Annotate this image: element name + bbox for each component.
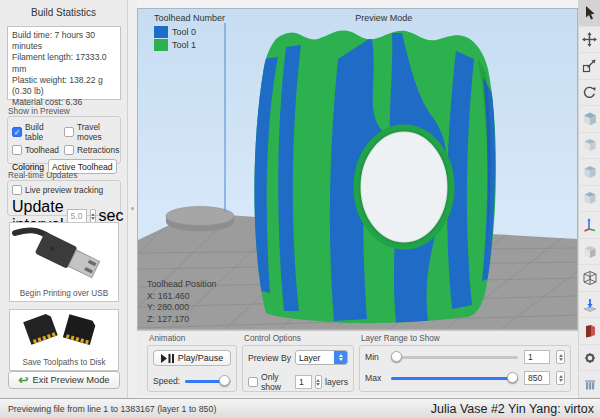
min-layer-stepper[interactable] [556, 350, 565, 364]
move-icon[interactable] [579, 27, 600, 54]
play-pause-icon [161, 354, 174, 363]
viewport-mode-title: Preview Mode [355, 13, 412, 23]
view-cube-iso-icon[interactable] [579, 106, 600, 133]
preview-by-label: Preview By [248, 353, 291, 363]
rotate-icon[interactable] [579, 80, 600, 107]
sd-button-label: Save Toolpaths to Disk [10, 356, 118, 370]
checkbox-build-table[interactable]: ✓ Build table [12, 122, 64, 142]
min-layer-slider[interactable] [391, 356, 518, 359]
preview-3d-viewport[interactable]: Preview Mode Toolhead Number Tool 0 Tool… [137, 8, 578, 330]
build-stats-box: Build time: 7 hours 30 minutes Filament … [7, 26, 121, 100]
axes-icon[interactable] [579, 212, 600, 239]
scale-icon[interactable] [579, 53, 600, 80]
panel-title: Build Statistics [0, 0, 127, 18]
checkbox-retractions[interactable]: Retractions [64, 145, 119, 155]
control-options-group: Control Options Preview By Layer Only sh… [242, 334, 354, 392]
checkbox-label: Travel moves [77, 122, 119, 142]
max-layer-input[interactable]: 850 [524, 371, 550, 385]
settings-gear-icon[interactable] [579, 345, 600, 372]
view-cube-top-icon[interactable] [579, 186, 600, 213]
max-slider-knob[interactable] [507, 372, 518, 383]
layers-label: layers [325, 377, 348, 387]
speed-label: Speed: [153, 376, 180, 386]
checkbox-toolhead[interactable]: Toolhead [12, 145, 64, 155]
max-label: Max [365, 373, 385, 383]
cross-section-icon[interactable] [579, 318, 600, 345]
build-statistics-panel: Build Statistics Build time: 7 hours 30 … [0, 0, 128, 398]
max-layer-slider[interactable] [391, 377, 518, 380]
select-cursor-icon[interactable] [579, 0, 600, 27]
checkbox-label: Build table [25, 122, 64, 142]
legend-title: Toolhead Number [154, 13, 225, 23]
layer-range-title: Layer Range to Show [359, 334, 571, 343]
animation-title: Animation [147, 334, 237, 343]
vase-model [251, 31, 496, 324]
tool0-swatch [154, 26, 168, 38]
stat-filament-length: Filament length: 17333.0 mm [12, 52, 116, 74]
min-slider-knob[interactable] [391, 351, 402, 362]
simplify3d-preview-window: Build Statistics Build time: 7 hours 30 … [0, 0, 600, 418]
checkbox-icon[interactable] [64, 145, 74, 155]
status-message: Previewing file from line 1 to 1383167 (… [8, 404, 216, 414]
dropdown-arrows-icon [334, 351, 347, 364]
preview-controls-panel: Animation Play/Pause Speed: [137, 330, 578, 396]
realtime-updates-group: Live preview tracking Update interval 5.… [7, 180, 121, 216]
view-cube-front-icon[interactable] [579, 133, 600, 160]
checkbox-travel-moves[interactable]: Travel moves [64, 122, 119, 142]
checkbox-icon[interactable]: ✓ [12, 127, 22, 137]
toolhead-y: Y: 280.000 [147, 302, 216, 314]
checkbox-label: Retractions [77, 145, 119, 155]
play-pause-button[interactable]: Play/Pause [153, 350, 231, 366]
layer-range-group: Layer Range to Show Min 1 Max [359, 334, 571, 392]
checkbox-icon[interactable] [12, 145, 22, 155]
view-cube-side-icon[interactable] [579, 159, 600, 186]
animation-group: Animation Play/Pause Speed: [147, 334, 237, 392]
legend-label-tool0: Tool 0 [172, 27, 196, 37]
solid-model-icon[interactable] [579, 239, 600, 266]
supports-icon[interactable] [579, 371, 600, 398]
toolhead-position-overlay: Toolhead Position X: 161.460 Y: 280.000 … [147, 279, 216, 325]
wireframe-icon[interactable] [579, 265, 600, 292]
speed-slider-knob[interactable] [219, 375, 230, 386]
place-face-on-bed-icon[interactable] [579, 292, 600, 319]
exit-button-label: Exit Preview Mode [33, 375, 110, 385]
show-in-preview-title: Show in Preview [8, 106, 70, 116]
only-show-label: Only show [261, 372, 292, 392]
preview-by-dropdown[interactable]: Layer [295, 350, 348, 365]
vase-hole [357, 128, 451, 246]
begin-printing-usb-button[interactable]: Begin Printing over USB [9, 222, 119, 302]
stat-build-time: Build time: 7 hours 30 minutes [12, 30, 116, 52]
only-show-stepper[interactable] [315, 375, 322, 389]
checkbox-icon[interactable] [64, 127, 74, 137]
checkbox-icon[interactable] [12, 185, 22, 195]
preview-by-value: Layer [296, 353, 334, 363]
speed-slider[interactable] [185, 380, 231, 383]
platform-disc [166, 207, 234, 226]
checkbox-label: Live preview tracking [25, 185, 103, 195]
usb-button-label: Begin Printing over USB [10, 287, 118, 301]
play-pause-label: Play/Pause [178, 353, 224, 363]
panel-splitter[interactable] [128, 0, 137, 398]
undo-arrow-icon: ↩ [18, 375, 28, 385]
tool1-swatch [154, 39, 168, 51]
legend-label-tool1: Tool 1 [172, 40, 196, 50]
min-label: Min [365, 352, 385, 362]
exit-preview-mode-button[interactable]: ↩ Exit Preview Mode [8, 371, 120, 389]
save-toolpaths-button[interactable]: Save Toolpaths to Disk [9, 309, 119, 371]
toolhead-z: Z: 127.170 [147, 314, 216, 326]
stat-plastic-weight: Plastic weight: 138.22 g (0.30 lb) [12, 75, 116, 97]
checkbox-label: Toolhead [25, 145, 59, 155]
only-show-input[interactable]: 1 [295, 375, 312, 389]
model-caption: Julia Vase #2 Yin Yang: virtox [431, 402, 594, 416]
status-bar: Previewing file from line 1 to 1383167 (… [0, 398, 600, 418]
dropdown-arrows-icon [116, 160, 117, 173]
only-show-checkbox[interactable] [248, 377, 258, 387]
splitter-handle[interactable] [131, 207, 134, 210]
update-interval-input[interactable]: 5.0 [67, 209, 87, 223]
update-interval-stepper[interactable] [90, 209, 96, 223]
min-layer-input[interactable]: 1 [524, 350, 550, 364]
toolhead-position-title: Toolhead Position [147, 279, 216, 291]
checkbox-live-preview[interactable]: Live preview tracking [8, 181, 120, 195]
toolhead-legend: Toolhead Number Tool 0 Tool 1 [154, 13, 225, 51]
max-layer-stepper[interactable] [556, 371, 565, 385]
